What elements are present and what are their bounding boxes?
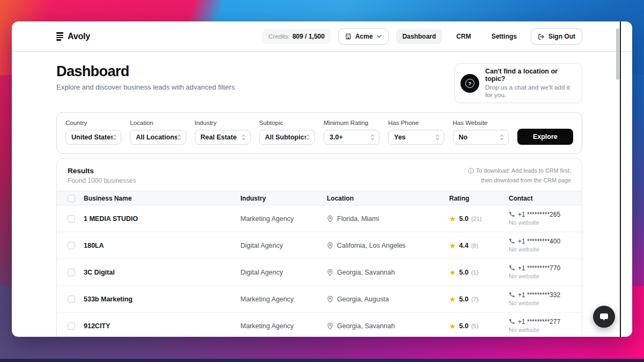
filter-select[interactable]: Yes <box>388 130 444 145</box>
business-name: 533b Marketing <box>84 295 240 303</box>
download-note-line1: To download: Add leads to CRM first, <box>476 167 571 174</box>
question-icon <box>460 74 479 93</box>
rating-value: 4.4 <box>459 242 469 249</box>
business-location: California, Los Angeles <box>337 242 406 249</box>
business-location: Georgia, Augusta <box>337 295 389 303</box>
chevron-updown-icon <box>177 134 181 141</box>
business-phone: +1 *********277 <box>518 319 560 325</box>
filter-select[interactable]: 3.0+ <box>324 130 379 145</box>
page-header: Dashboard Explore and discover business … <box>56 63 582 103</box>
download-note-line2: then download from the CRM page <box>481 177 571 183</box>
credits-value: 809 / 1,500 <box>292 33 325 40</box>
chat-bubble-icon <box>599 312 609 322</box>
rating-value: 5.0 <box>459 269 469 276</box>
filter-label: Subtopic <box>259 120 315 126</box>
sign-out-button[interactable]: Sign Out <box>531 28 582 45</box>
filter-label: Location <box>130 120 186 126</box>
table-body: 1 MEDIA STUDIO Marketing Agency Florida,… <box>57 205 582 337</box>
business-website: No website <box>509 327 539 333</box>
filter-select[interactable]: United States <box>65 130 121 145</box>
row-checkbox[interactable] <box>68 269 75 276</box>
scrollbar-thumb[interactable] <box>616 28 619 80</box>
business-location: Florida, Miami <box>337 215 379 223</box>
column-contact: Contact <box>509 195 571 202</box>
location-pin-icon <box>327 295 333 303</box>
business-name: 180LA <box>84 242 240 249</box>
table-header-row: Business Name Industry Location Rating C… <box>57 191 582 205</box>
nav-dashboard[interactable]: Dashboard <box>396 29 443 44</box>
rating-value: 5.0 <box>459 295 469 303</box>
filter-selected-value: Real Estate <box>201 134 237 141</box>
location-pin-icon <box>327 215 333 223</box>
filter-selected-value: Yes <box>394 134 406 141</box>
row-checkbox[interactable] <box>68 242 75 249</box>
org-switcher-button[interactable]: Acme <box>338 28 389 45</box>
filter-label: Has Phone <box>388 120 444 126</box>
rating-value: 5.0 <box>459 322 469 330</box>
star-icon <box>449 215 456 223</box>
filter-field-subtopic: Subtopic All Subtopics <box>259 120 315 145</box>
results-header: Results Found 1000 businesses To downloa… <box>57 167 582 184</box>
select-all-checkbox[interactable] <box>68 195 75 202</box>
business-location: Georgia, Savannah <box>337 322 395 330</box>
chat-widget-button[interactable] <box>593 306 615 328</box>
review-count: (8) <box>471 242 478 249</box>
help-card-subtitle: Drop us a chat and we'll add it for you. <box>485 84 576 99</box>
nav-settings[interactable]: Settings <box>485 29 523 44</box>
table-row: 3C Digital Digital Agency Georgia, Savan… <box>57 259 582 286</box>
sign-out-label: Sign Out <box>548 33 575 40</box>
nav-actions: Credits: 809 / 1,500 Acme Dashboard CRM … <box>262 28 582 45</box>
app-window: Avoly Credits: 809 / 1,500 Acme Dashboar… <box>12 21 632 337</box>
column-rating: Rating <box>449 195 509 202</box>
business-industry: Digital Agency <box>240 269 327 276</box>
business-phone: +1 *********332 <box>518 292 560 298</box>
table-row: 533b Marketing Marketing Agency Georgia,… <box>57 286 582 313</box>
filter-select[interactable]: All Subtopics <box>259 130 315 145</box>
credits-label: Credits: <box>268 33 290 40</box>
avoly-logo[interactable]: Avoly <box>56 32 90 41</box>
row-checkbox[interactable] <box>68 215 75 223</box>
filter-select[interactable]: Real Estate <box>195 130 251 145</box>
business-industry: Marketing Agency <box>240 295 327 303</box>
business-website: No website <box>509 273 539 279</box>
page-title-block: Dashboard Explore and discover business … <box>56 63 235 91</box>
column-industry: Industry <box>240 195 327 202</box>
chevron-updown-icon <box>306 134 310 141</box>
help-card[interactable]: Can't find a location or topic? Drop us … <box>455 63 582 103</box>
nav-crm[interactable]: CRM <box>450 29 477 44</box>
avoly-logo-icon <box>56 32 63 41</box>
credits-badge: Credits: 809 / 1,500 <box>262 29 331 44</box>
page-title: Dashboard <box>56 63 235 80</box>
chevron-down-icon <box>377 35 382 38</box>
filter-field-has-website: Has Website No <box>453 120 509 145</box>
filter-label: Minimum Rating <box>324 120 379 126</box>
filter-selected-value: All Locations <box>136 134 177 141</box>
review-count: (21) <box>471 216 482 222</box>
filter-select[interactable]: All Locations <box>130 130 186 145</box>
row-checkbox[interactable] <box>68 295 75 303</box>
download-note: To download: Add leads to CRM first, the… <box>468 167 571 184</box>
phone-icon <box>509 265 515 271</box>
main-content: Dashboard Explore and discover business … <box>12 63 632 337</box>
filter-bar: Country United States Location All Locat… <box>56 112 582 154</box>
filter-select[interactable]: No <box>453 130 509 145</box>
info-icon <box>468 168 474 176</box>
business-phone: +1 *********400 <box>518 238 560 245</box>
star-icon <box>449 242 456 249</box>
top-navigation-bar: Avoly Credits: 809 / 1,500 Acme Dashboar… <box>12 21 632 52</box>
business-industry: Marketing Agency <box>240 322 327 330</box>
business-industry: Marketing Agency <box>240 215 327 223</box>
review-count: (5) <box>471 323 478 329</box>
location-pin-icon <box>327 269 333 276</box>
filter-label: Industry <box>195 120 251 126</box>
brand-name: Avoly <box>68 32 90 41</box>
row-checkbox[interactable] <box>68 322 75 330</box>
help-card-text: Can't find a location or topic? Drop us … <box>485 68 576 99</box>
chevron-updown-icon <box>241 134 246 141</box>
wallpaper-bottom-strip <box>0 359 644 362</box>
phone-icon <box>509 238 515 244</box>
phone-icon <box>509 211 515 217</box>
explore-button[interactable]: Explore <box>517 129 573 145</box>
filter-field-minimum-rating: Minimum Rating 3.0+ <box>324 120 379 145</box>
business-website: No website <box>509 300 539 306</box>
